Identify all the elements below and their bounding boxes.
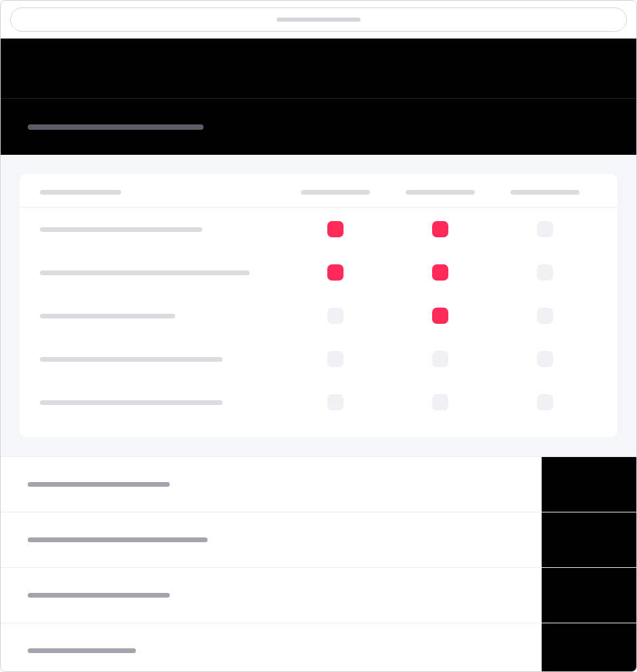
toggle-off[interactable]	[432, 351, 448, 367]
list-section	[1, 456, 636, 672]
matrix-cell[interactable]	[387, 308, 492, 324]
row-label	[40, 400, 283, 405]
top-bar	[1, 1, 636, 39]
toggle-off[interactable]	[327, 351, 344, 367]
toggle-off[interactable]	[327, 308, 344, 324]
toggle-on[interactable]	[327, 221, 344, 237]
matrix-cell[interactable]	[492, 351, 597, 367]
toggle-off[interactable]	[537, 221, 553, 237]
matrix-row	[20, 208, 617, 251]
matrix-cell[interactable]	[492, 394, 597, 410]
list-item-label	[1, 537, 542, 542]
list-item-action[interactable]	[542, 568, 636, 623]
toggle-on[interactable]	[432, 264, 448, 281]
list-item[interactable]	[1, 512, 636, 567]
matrix-row	[20, 337, 617, 381]
matrix-cell[interactable]	[492, 308, 597, 324]
toggle-off[interactable]	[537, 394, 553, 410]
toggle-off[interactable]	[327, 394, 344, 410]
col-header-1	[283, 190, 387, 195]
search-input[interactable]	[10, 7, 627, 32]
list-item-label	[1, 648, 542, 653]
matrix-cell[interactable]	[283, 221, 387, 237]
col-header-name	[40, 190, 283, 195]
toggle-off[interactable]	[432, 394, 448, 410]
matrix-cell[interactable]	[283, 264, 387, 281]
matrix-row	[20, 251, 617, 294]
matrix-cell[interactable]	[387, 264, 492, 281]
row-label	[40, 270, 283, 275]
header-banner	[1, 39, 636, 98]
toggle-off[interactable]	[537, 308, 553, 324]
col-header-3	[492, 190, 597, 195]
toggle-on[interactable]	[327, 264, 344, 281]
list-item-action[interactable]	[542, 623, 636, 672]
toggle-on[interactable]	[432, 308, 448, 324]
toggle-on[interactable]	[432, 221, 448, 237]
matrix-cell[interactable]	[492, 264, 597, 281]
row-label	[40, 227, 283, 232]
toggle-off[interactable]	[537, 351, 553, 367]
search-placeholder	[277, 18, 360, 22]
list-item[interactable]	[1, 623, 636, 672]
row-label	[40, 357, 283, 362]
list-item[interactable]	[1, 567, 636, 623]
list-item-action[interactable]	[542, 457, 636, 512]
list-item[interactable]	[1, 456, 636, 512]
list-item-label	[1, 593, 542, 598]
page-title	[28, 124, 204, 130]
matrix-cell[interactable]	[492, 221, 597, 237]
matrix-cell[interactable]	[283, 351, 387, 367]
matrix-header	[20, 174, 617, 208]
toggle-off[interactable]	[537, 264, 553, 281]
matrix-cell[interactable]	[387, 351, 492, 367]
main-content	[1, 155, 636, 456]
subheader	[1, 98, 636, 155]
list-item-label	[1, 482, 542, 487]
col-header-2	[387, 190, 492, 195]
matrix-cell[interactable]	[283, 394, 387, 410]
matrix-cell[interactable]	[283, 308, 387, 324]
matrix-card	[20, 174, 617, 437]
list-item-action[interactable]	[542, 512, 636, 567]
matrix-cell[interactable]	[387, 394, 492, 410]
matrix-cell[interactable]	[387, 221, 492, 237]
matrix-row	[20, 294, 617, 337]
matrix-row	[20, 381, 617, 424]
row-label	[40, 314, 283, 318]
